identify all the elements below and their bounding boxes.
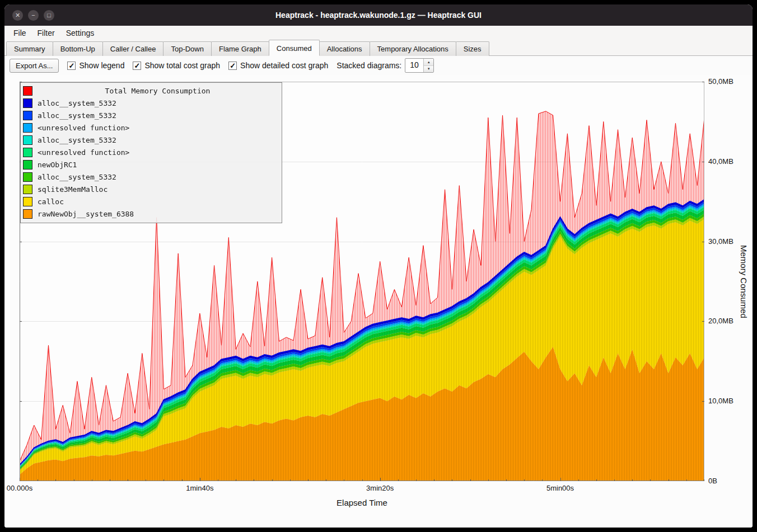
legend-swatch-icon [23,123,32,133]
x-axis-title: Elapsed Time [20,498,704,507]
x-axis-tick-label: 1min40s [186,484,213,492]
legend-swatch-icon [23,111,32,120]
tab-temporary-allocations[interactable]: Temporary Allocations [370,41,456,56]
legend-swatch-icon [23,197,32,206]
show-legend-checkbox[interactable]: ✓ Show legend [67,61,124,70]
show-total-cost-graph-checkbox[interactable]: ✓ Show total cost graph [133,61,220,70]
legend-label: alloc__system_5332 [38,111,116,120]
legend-swatch-icon [23,135,32,145]
menu-bar: File Filter Settings [4,26,753,40]
tab-allocations[interactable]: Allocations [319,41,370,56]
tab-summary[interactable]: Summary [6,41,53,56]
checkbox-box: ✓ [228,62,237,70]
legend-label: calloc [38,197,64,206]
checkbox-label: Show detailed cost graph [240,61,328,70]
y-axis-tick-label: 40,0MB [708,157,749,166]
legend-label: newObjRC1 [38,161,77,169]
legend-item: sqlite3MemMalloc [23,183,278,195]
spinner-value[interactable]: 10 [405,59,423,72]
show-detailed-cost-graph-checkbox[interactable]: ✓ Show detailed cost graph [228,61,328,70]
checkbox-box: ✓ [133,62,141,70]
checkbox-box: ✓ [67,62,76,70]
title-bar: ✕ − □ Heaptrack - heaptrack.wakunode.1.g… [4,4,753,26]
maximize-icon: □ [47,12,51,18]
close-button[interactable]: ✕ [12,10,23,21]
menu-item-filter[interactable]: Filter [32,27,60,39]
legend-item: calloc [23,195,278,208]
legend-item: alloc__system_5332 [23,134,278,146]
legend-item: alloc__system_5332 [23,171,278,183]
close-icon: ✕ [15,12,20,18]
window-title: Heaptrack - heaptrack.wakunode.1.gz — He… [4,11,753,20]
legend-swatch-icon [23,209,32,219]
toolbar: Export As... ✓ Show legend ✓ Show total … [4,56,753,75]
check-icon: ✓ [230,62,236,69]
minimize-icon: − [31,12,35,18]
memory-consumption-chart: Total Memory Consumptionalloc__system_53… [4,75,753,528]
minimize-button[interactable]: − [28,10,39,21]
x-axis-tick-label: 3min20s [366,484,394,492]
heaptrack-window: ✕ − □ Heaptrack - heaptrack.wakunode.1.g… [4,4,753,528]
tab-consumed[interactable]: Consumed [269,40,320,56]
export-as-button[interactable]: Export As... [10,59,59,73]
legend-title-row: Total Memory Consumption [23,84,278,97]
stacked-diagrams-label: Stacked diagrams: [337,61,401,70]
x-axis-tick-label: 00.000s [7,484,32,492]
legend-label: Total Memory Consumption [38,87,278,95]
check-icon: ✓ [69,62,75,69]
legend-label: <unresolved function> [38,124,129,132]
maximize-button[interactable]: □ [44,10,54,21]
legend-swatch-icon [23,98,32,108]
y-axis-tick-label: 10,0MB [708,397,749,405]
check-icon: ✓ [134,62,140,69]
legend-swatch-icon [23,185,32,194]
menu-item-settings[interactable]: Settings [60,27,100,39]
menu-item-file[interactable]: File [8,27,32,39]
tab-caller-callee[interactable]: Caller / Callee [102,41,164,56]
legend-item: alloc__system_5332 [23,109,278,121]
tab-flame-graph[interactable]: Flame Graph [211,41,269,56]
chart-legend: Total Memory Consumptionalloc__system_53… [20,82,282,223]
tab-top-down[interactable]: Top-Down [163,41,212,56]
y-axis-title: Memory Consumed [739,82,749,481]
legend-label: alloc__system_5332 [38,136,116,144]
legend-swatch-icon [23,172,32,182]
stacked-diagrams-spinner[interactable]: 10 ▲ ▼ [405,58,434,73]
y-axis-tick-label: 20,0MB [708,317,749,325]
spinner-arrows: ▲ ▼ [423,59,433,72]
legend-item: rawNewObj__system_6388 [23,208,278,220]
tab-sizes[interactable]: Sizes [456,41,489,56]
legend-swatch-icon [23,160,32,170]
legend-item: newObjRC1 [23,158,278,171]
legend-label: <unresolved function> [38,148,129,157]
chevron-down-icon: ▼ [427,67,431,70]
legend-swatch-icon [23,86,32,96]
legend-item: <unresolved function> [23,146,278,158]
y-axis-tick-label: 0B [708,477,749,485]
y-axis-tick-label: 30,0MB [708,237,749,246]
chevron-up-icon: ▲ [427,60,431,64]
y-axis-tick-label: 50,0MB [708,77,749,86]
legend-label: sqlite3MemMalloc [38,185,108,194]
tab-bottom-up[interactable]: Bottom-Up [53,41,103,56]
x-axis-tick-label: 5min00s [546,484,574,492]
window-controls: ✕ − □ [12,10,54,21]
legend-label: alloc__system_5332 [38,173,116,181]
checkbox-label: Show legend [79,61,124,70]
checkbox-label: Show total cost graph [144,61,220,70]
legend-label: alloc__system_5332 [38,99,116,107]
legend-item: alloc__system_5332 [23,97,278,109]
spin-up-button[interactable]: ▲ [424,59,433,66]
legend-swatch-icon [23,148,32,157]
tab-bar: Summary Bottom-Up Caller / Callee Top-Do… [4,40,753,56]
legend-item: <unresolved function> [23,121,278,134]
spin-down-button[interactable]: ▼ [424,66,433,73]
legend-label: rawNewObj__system_6388 [38,210,134,218]
